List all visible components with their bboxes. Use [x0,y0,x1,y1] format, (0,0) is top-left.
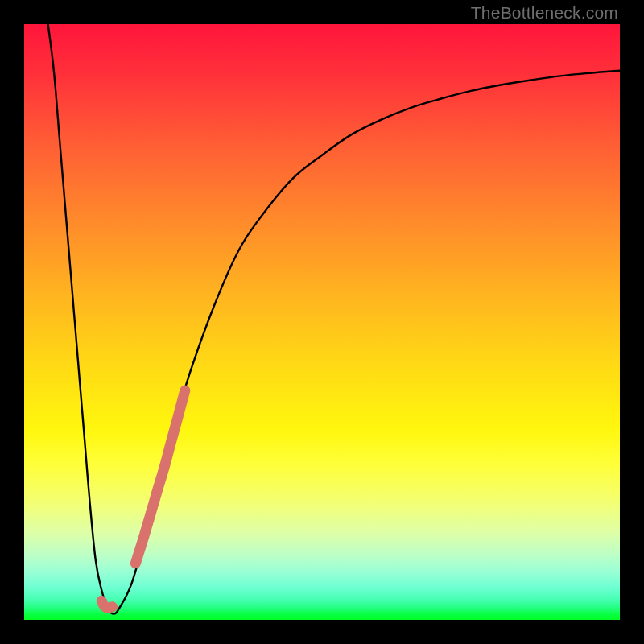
highlight-lower [101,601,112,608]
plot-area [24,24,620,620]
bottleneck-curve [48,24,620,614]
chart-frame: TheBottleneck.com [0,0,644,644]
watermark-text: TheBottleneck.com [471,3,618,23]
plot-svg [24,24,620,620]
highlight-upper [135,390,184,564]
